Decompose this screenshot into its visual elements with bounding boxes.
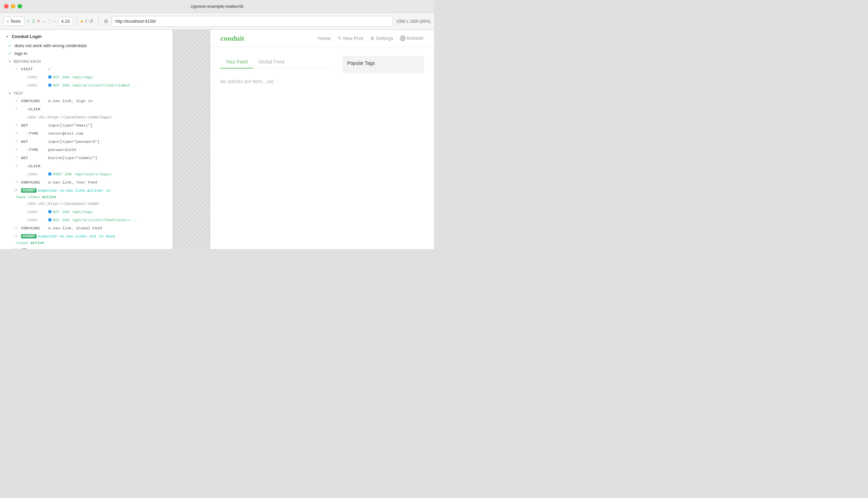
xhr-get-feed[interactable]: (XHR) GET 200 /api/articles/feed?limit=.… <box>0 216 173 224</box>
chevron-test: ▼ <box>8 92 12 95</box>
cmd-assert-active[interactable]: 10 ASSERT expected <a.nav-link.active> t… <box>0 186 173 194</box>
cmd-type-password[interactable]: 6 -TYPE password1234 <box>0 145 173 154</box>
test-label-2: logs in <box>15 51 27 56</box>
app-logo: conduit <box>221 34 244 43</box>
pass-stat: ✓ 2 <box>26 19 35 24</box>
app-preview-panel: conduit Home ✎ New Post ⚙ Settings testu… <box>210 30 434 249</box>
test-section-header: ▼ TEST <box>0 89 173 97</box>
check-icon-1: ✓ <box>8 43 12 48</box>
no-articles-text: No articles are here... yet. <box>221 75 334 88</box>
cmd-contains-feed[interactable]: 9 CONTAINS a.nav-link, Your Feed <box>0 178 173 186</box>
cmd-get-email[interactable]: 3 GET input[type="email"] <box>0 121 173 129</box>
dot-blue-4 <box>48 210 52 213</box>
suite-header: ▼ Conduit Login <box>0 30 173 42</box>
separator-2 <box>98 16 99 26</box>
dot-blue-3 <box>48 172 52 176</box>
dot-orange: ● <box>81 19 83 24</box>
cmd-get-submit[interactable]: 7 GET button[type="submit"] <box>0 154 173 162</box>
test-label-1: does not work with wrong credentials <box>15 43 87 48</box>
assert-sub-2: class active <box>0 240 173 245</box>
user-avatar-icon <box>400 35 406 41</box>
new-url-login[interactable]: (NEW URL) http://localhost:4100/login <box>0 113 173 121</box>
xhr-post-login[interactable]: (XHR) POST 200 /api/users/login <box>0 170 173 178</box>
nav-link-user[interactable]: testuser <box>400 35 424 41</box>
cmd-get-password[interactable]: 5 GET input[type="password"] <box>0 137 173 145</box>
minimize-button[interactable] <box>11 4 15 9</box>
popular-tags-title: Popular Tags <box>347 61 419 66</box>
test-item-2[interactable]: ✓ logs in <box>0 50 173 57</box>
xhr-get-articles[interactable]: (XHR) GET 200 /api/articles?limit=10&of.… <box>0 81 173 89</box>
url-input[interactable] <box>111 16 393 27</box>
new-url-home[interactable]: (NEW URL) http://localhost:4100/ <box>0 199 173 208</box>
close-button[interactable] <box>4 4 9 9</box>
version-badge: 4.10 <box>58 17 72 25</box>
crosshair-icon[interactable]: ⊕ <box>104 18 108 24</box>
xhr-get-tags-2[interactable]: (XHR) GET 200 /api/tags <box>0 208 173 216</box>
viewport-info: 1000 x 1000 (66%) <box>396 19 431 24</box>
fail-stat: ✕ -- <box>37 19 45 24</box>
assert-badge-2: ASSERT <box>21 234 37 238</box>
app-nav-links: Home ✎ New Post ⚙ Settings testuser <box>318 35 424 41</box>
indicator-icon: I <box>85 18 86 24</box>
fail-count: -- <box>42 19 45 24</box>
suite-title: Conduit Login <box>12 34 42 39</box>
assert-sub-1: have class active <box>0 194 173 199</box>
nav-link-home[interactable]: Home <box>318 36 331 41</box>
app-main: Your Feed Global Feed No articles are he… <box>210 47 434 96</box>
dot-blue-2 <box>48 83 52 87</box>
tests-label: Tests <box>10 19 21 24</box>
main-content: ▼ Conduit Login ✓ does not work with wro… <box>0 30 434 249</box>
test-item-1[interactable]: ✓ does not work with wrong credentials <box>0 42 173 50</box>
tests-button[interactable]: ‹ Tests <box>3 17 24 26</box>
cmd-assert-not-active[interactable]: 12 ASSERT expected <a.nav-link> not to h… <box>0 232 173 240</box>
settings-icon: ⚙ <box>370 36 376 41</box>
app-navbar: conduit Home ✎ New Post ⚙ Settings testu… <box>210 30 434 47</box>
reload-icon[interactable]: ↺ <box>89 18 93 24</box>
cmd-click-2[interactable]: 8 -CLICK <box>0 162 173 170</box>
nav-link-settings[interactable]: ⚙ Settings <box>370 36 393 41</box>
pass-count: 2 <box>32 19 35 24</box>
tab-global-feed[interactable]: Global Feed <box>253 56 290 68</box>
check-icon-2: ✓ <box>8 51 12 56</box>
before-each-label: BEFORE EACH <box>14 60 41 63</box>
fullscreen-button[interactable] <box>18 4 22 9</box>
before-each-header: ▼ BEFORE EACH <box>0 57 173 65</box>
feed-tabs: Your Feed Global Feed <box>221 56 334 68</box>
traffic-lights <box>4 4 22 9</box>
dot-blue-1 <box>48 75 52 79</box>
app-layout: Your Feed Global Feed No articles are he… <box>221 56 424 88</box>
tab-your-feed[interactable]: Your Feed <box>221 56 253 68</box>
window-title: cypress-example-realworld <box>190 4 243 9</box>
edit-icon: ✎ <box>338 36 343 41</box>
titlebar: cypress-example-realworld <box>0 0 434 13</box>
hatch-overlay <box>173 30 210 249</box>
pending-count: -- <box>53 19 56 24</box>
cmd-contains-1[interactable]: 1 CONTAINS a.nav-link, Sign in <box>0 97 173 105</box>
toolbar: ‹ Tests ✓ 2 ✕ -- ◌ -- 4.10 ● I ↺ ⊕ 1000 … <box>0 13 434 30</box>
toolbar-left: ‹ Tests ✓ 2 ✕ -- ◌ -- 4.10 ● I ↺ <box>3 16 93 26</box>
assert-badge-1: ASSERT <box>21 188 37 193</box>
sidebar-widget: Popular Tags <box>343 56 424 88</box>
pending-stat: ◌ -- <box>48 19 56 24</box>
test-section-label: TEST <box>14 91 23 95</box>
popular-tags-box: Popular Tags <box>343 56 424 73</box>
command-visit[interactable]: 1 VISIT / <box>0 65 173 73</box>
pending-icon: ◌ <box>48 19 51 24</box>
feed-area: Your Feed Global Feed No articles are he… <box>221 56 334 88</box>
chevron-before-each: ▼ <box>8 60 12 63</box>
cmd-url[interactable]: 13 URL <box>0 245 173 249</box>
cmd-contains-global[interactable]: 11 CONTAINS a.nav-link, Global Feed <box>0 224 173 232</box>
cmd-click-1[interactable]: 2 -CLICK <box>0 105 173 113</box>
pass-icon: ✓ <box>26 19 30 24</box>
chevron-icon: ▼ <box>5 35 9 39</box>
cmd-type-email[interactable]: 4 -TYPE tester@test.com <box>0 129 173 137</box>
nav-link-new-post[interactable]: ✎ New Post <box>338 36 363 41</box>
test-runner-panel: ▼ Conduit Login ✓ does not work with wro… <box>0 30 173 249</box>
chevron-left-icon: ‹ <box>7 19 9 24</box>
fail-icon: ✕ <box>37 19 40 24</box>
separator-1 <box>77 16 77 26</box>
dot-blue-5 <box>48 218 52 222</box>
xhr-get-tags[interactable]: (XHR) GET 200 /api/tags <box>0 73 173 81</box>
